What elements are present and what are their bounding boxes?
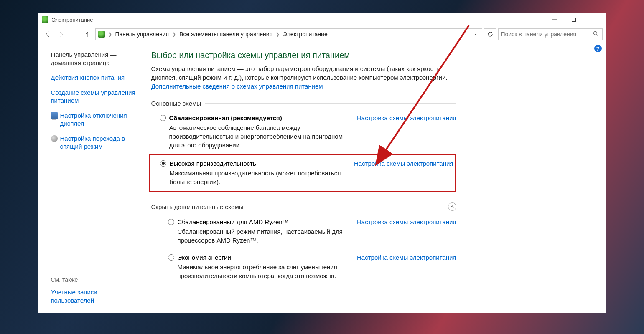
breadcrumb-item-power[interactable]: Электропитание	[280, 31, 330, 38]
titlebar: Электропитание	[38, 13, 606, 26]
maximize-button[interactable]	[564, 13, 583, 26]
see-also-title: См. также	[51, 276, 147, 283]
plan-high-performance: Высокая производительность Максимальная …	[152, 157, 453, 189]
power-app-icon	[42, 16, 48, 23]
annotation-underline	[150, 40, 331, 40]
plan-desc-balanced: Автоматическое соблюдение баланса между …	[169, 123, 353, 149]
section-divider	[247, 207, 444, 207]
breadcrumb-item-all-items[interactable]: Все элементы панели управления	[177, 31, 275, 38]
sidebar-link-label: Создание схемы управления	[51, 89, 135, 96]
power-options-window: Электропитание ❯ Панель управления ❯ Все…	[38, 13, 606, 313]
plan-ryzen: Сбалансированный для AMD Ryzen™ Сбаланси…	[151, 216, 456, 247]
radio-balanced[interactable]	[160, 115, 166, 121]
plan-name-high[interactable]: Высокая производительность	[170, 160, 256, 167]
search-input[interactable]	[501, 31, 593, 38]
main-panel: Выбор или настройка схемы управления пит…	[147, 51, 456, 306]
navbar: ❯ Панель управления ❯ Все элементы панел…	[38, 26, 606, 42]
configure-link-ryzen[interactable]: Настройка схемы электропитания	[357, 218, 456, 245]
chevron-up-icon	[450, 205, 454, 209]
see-also-label: пользователей	[51, 297, 94, 304]
page-description: Схема управления питанием — это набор па…	[151, 64, 456, 82]
plan-desc-ryzen: Сбалансированный режим питания, настраив…	[178, 227, 357, 245]
sidebar-home-line2: домашняя страница	[51, 59, 110, 66]
sidebar-home-link[interactable]: Панель управления — домашняя страница	[51, 51, 147, 67]
sidebar-home-line1: Панель управления —	[51, 51, 117, 58]
plan-name-eco[interactable]: Экономия энергии	[178, 254, 231, 261]
see-also-section: См. также Учетные записи пользователей	[51, 276, 147, 304]
breadcrumb-icon	[98, 31, 105, 38]
sidebar-link-label: спящий режим	[60, 143, 103, 150]
section-additional-plans[interactable]: Скрыть дополнительные схемы	[151, 202, 456, 211]
sidebar-link-label: дисплея	[60, 120, 84, 127]
sidebar-link-label: Действия кнопок питания	[51, 73, 125, 82]
configure-link-eco[interactable]: Настройка схемы электропитания	[357, 254, 456, 280]
plan-name-ryzen[interactable]: Сбалансированный для AMD Ryzen™	[178, 218, 289, 225]
page-heading: Выбор или настройка схемы управления пит…	[151, 51, 456, 60]
section-divider	[205, 103, 456, 104]
sidebar: Панель управления — домашняя страница Де…	[51, 51, 147, 306]
plan-balanced: Сбалансированная (рекомендуется) Автомат…	[151, 112, 456, 152]
minimize-button[interactable]	[545, 13, 564, 26]
see-also-link-users[interactable]: Учетные записи пользователей	[51, 288, 147, 304]
plan-name-balanced[interactable]: Сбалансированная (рекомендуется)	[169, 114, 282, 121]
chevron-right-icon: ❯	[275, 32, 280, 37]
breadcrumb[interactable]: ❯ Панель управления ❯ Все элементы панел…	[95, 28, 482, 40]
radio-ryzen[interactable]	[168, 219, 174, 225]
see-also-label: Учетные записи	[51, 288, 97, 296]
plan-desc-eco: Минимальное энергопотребление за счет ум…	[178, 263, 357, 280]
sidebar-link-label: Настройка перехода в	[60, 135, 125, 142]
sidebar-link-sleep[interactable]: Настройка перехода в спящий режим	[51, 134, 147, 151]
search-box[interactable]	[498, 28, 603, 40]
sidebar-link-power-buttons[interactable]: Действия кнопок питания	[51, 73, 147, 82]
collapse-button[interactable]	[448, 202, 456, 211]
chevron-right-icon: ❯	[107, 32, 113, 37]
up-button[interactable]	[82, 28, 94, 40]
forward-button[interactable]	[55, 28, 67, 40]
monitor-icon	[51, 112, 58, 119]
more-info-link[interactable]: Дополнительные сведения о схемах управле…	[151, 83, 323, 90]
search-icon	[593, 31, 600, 38]
breadcrumb-item-control-panel[interactable]: Панель управления	[113, 31, 172, 38]
sidebar-link-label: Настройка отключения	[60, 112, 127, 119]
recent-dropdown[interactable]	[69, 28, 80, 40]
content-area: Панель управления — домашняя страница Де…	[38, 42, 606, 313]
svg-line-5	[597, 35, 598, 36]
back-button[interactable]	[42, 28, 53, 40]
sidebar-link-display-off[interactable]: Настройка отключения дисплея	[51, 111, 147, 128]
section-label: Скрыть дополнительные схемы	[151, 203, 244, 210]
refresh-button[interactable]	[484, 28, 496, 40]
radio-power-saver[interactable]	[168, 254, 174, 261]
breadcrumb-history-dropdown[interactable]	[470, 30, 479, 39]
window-title: Электропитание	[52, 17, 545, 23]
radio-high-performance[interactable]	[160, 160, 166, 167]
plan-desc-high: Максимальная производительность (может п…	[170, 169, 354, 186]
configure-link-high[interactable]: Настройка схемы электропитания	[354, 160, 453, 186]
chevron-right-icon: ❯	[171, 32, 177, 37]
section-label: Основные схемы	[151, 100, 201, 107]
configure-link-balanced[interactable]: Настройка схемы электропитания	[357, 114, 456, 149]
plan-power-saver: Экономия энергии Минимальное энергопотре…	[151, 251, 456, 283]
section-main-plans: Основные схемы	[151, 100, 456, 107]
close-button[interactable]	[583, 13, 603, 26]
sidebar-link-label: питанием	[51, 97, 79, 104]
svg-point-4	[593, 32, 597, 35]
annotation-redbox: Высокая производительность Максимальная …	[149, 154, 456, 192]
moon-icon	[51, 135, 58, 142]
sidebar-link-create-plan[interactable]: Создание схемы управления питанием	[51, 89, 147, 105]
svg-rect-1	[572, 18, 575, 22]
